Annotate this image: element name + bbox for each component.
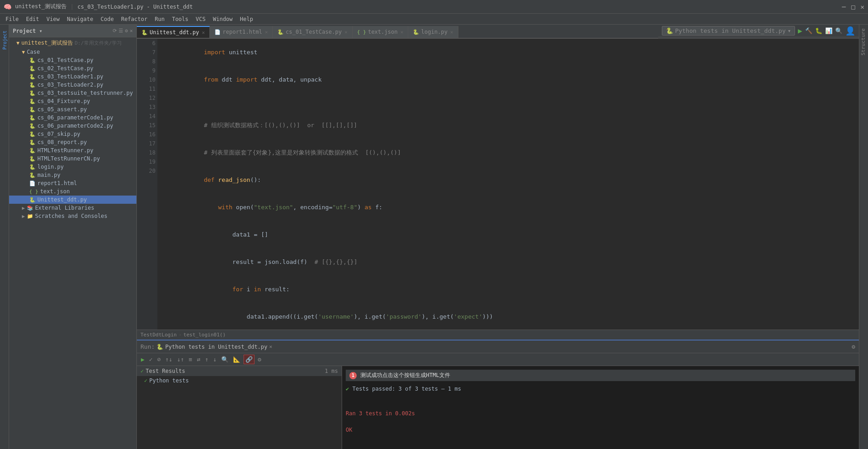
login-label: login.py xyxy=(37,164,64,170)
structure-label[interactable]: Structure xyxy=(859,25,868,59)
menu-edit[interactable]: Edit xyxy=(22,16,43,22)
kw-for: for xyxy=(233,286,243,293)
collapse-icon[interactable]: ☰ xyxy=(119,28,123,34)
cs07-label: cs_07_skip.py xyxy=(37,131,80,137)
tree-json[interactable]: { } text.json xyxy=(9,187,136,196)
expand-button[interactable]: ⇄ xyxy=(196,355,202,364)
tab-json[interactable]: { } text.json ✕ xyxy=(353,26,409,38)
menu-view[interactable]: View xyxy=(43,16,63,22)
ln-19: 19 xyxy=(139,157,156,166)
breadcrumb-class: TestDdtLogin xyxy=(140,332,177,338)
tree-report[interactable]: 📄 report1.html xyxy=(9,179,136,187)
export-html-button[interactable]: 🔗 xyxy=(244,355,255,364)
tree-cs02[interactable]: 🐍 cs_02_TestCase.py xyxy=(9,64,136,72)
code-lines[interactable]: import unittest from ddt import ddt, dat… xyxy=(157,39,859,330)
test-settings-button[interactable]: ⚙ xyxy=(256,355,263,364)
tab-login[interactable]: 🐍 login.py ✕ xyxy=(408,26,458,38)
tab-report[interactable]: 📄 report1.html ✕ xyxy=(210,26,273,38)
minimize-button[interactable]: ─ xyxy=(842,3,846,10)
code-indent-3 xyxy=(204,286,233,293)
tree-html-runner-cn[interactable]: 🐍 HTMLTestRunnerCN.py xyxy=(9,155,136,163)
kw-def: def xyxy=(204,176,214,183)
str-textjson: "text.json" xyxy=(254,204,293,211)
tree-login[interactable]: 🐍 login.py xyxy=(9,163,136,171)
cs06-1-label: cs_06_parameterCode1.py xyxy=(37,114,113,121)
find-button[interactable]: 🔍 xyxy=(220,355,230,364)
tree-cs08[interactable]: 🐍 cs_08_report.py xyxy=(9,138,136,146)
stop-button[interactable]: ⊘ xyxy=(156,355,162,364)
py-icon-6: 🐍 xyxy=(29,98,36,104)
menu-file[interactable]: File xyxy=(2,16,22,22)
build-button[interactable]: 🔨 xyxy=(805,27,812,34)
play-button[interactable]: ▶ xyxy=(140,355,146,364)
tree-main[interactable]: 🐍 main.py xyxy=(9,171,136,179)
tab-close-1[interactable]: ✕ xyxy=(202,30,205,36)
tree-html-runner[interactable]: 🐍 HTMLTestRunner.py xyxy=(9,146,136,155)
tree-cs03-2[interactable]: 🐍 cs_03_TestLoader2.py xyxy=(9,81,136,89)
tree-external-libs[interactable]: ▶ 📚 External Libraries xyxy=(9,204,136,212)
tree-cs04[interactable]: 🐍 cs_04_Fixture.py xyxy=(9,97,136,105)
tab-close-2[interactable]: ✕ xyxy=(265,29,268,35)
case-folder-icon: ▼ xyxy=(22,49,25,55)
close-panel-icon[interactable]: ✕ xyxy=(130,28,133,34)
tab-unittest-ddt[interactable]: 🐍 Unittest_ddt.py ✕ xyxy=(137,26,210,38)
tree-cs06-2[interactable]: 🐍 cs_06_parameterCode2.py xyxy=(9,122,136,130)
bottom-tab-close[interactable]: ✕ xyxy=(269,344,272,350)
check-button[interactable]: ✓ xyxy=(148,355,154,364)
menu-refactor[interactable]: Refactor xyxy=(117,16,151,22)
code-var-13: ), i.get( xyxy=(421,313,453,320)
tree-cs07[interactable]: 🐍 cs_07_skip.py xyxy=(9,130,136,138)
output-panel: 1 测试成功点击这个按钮生成HTML文件 ✔ Tests passed: 3 o… xyxy=(342,366,859,449)
tree-case-folder[interactable]: ▼ Case xyxy=(9,48,136,56)
menu-vcs[interactable]: VCS xyxy=(192,16,209,22)
tree-cs06-1[interactable]: 🐍 cs_06_parameterCode1.py xyxy=(9,114,136,122)
tree-cs05[interactable]: 🐍 cs_05_assert.py xyxy=(9,105,136,114)
template-button[interactable]: 📐 xyxy=(232,355,242,364)
tab-json-label: text.json xyxy=(368,29,398,35)
menu-window[interactable]: Window xyxy=(209,16,236,22)
menu-help[interactable]: Help xyxy=(236,16,257,22)
run-tab-config[interactable]: 🐍 Python tests in Unittest_ddt.py xyxy=(156,344,267,350)
tab-cs01[interactable]: 🐍 cs_01_TestCase.py ✕ xyxy=(273,26,352,38)
maximize-button[interactable]: □ xyxy=(851,3,855,10)
search-icon[interactable]: 🔍 xyxy=(835,27,842,34)
close-button[interactable]: ✕ xyxy=(861,3,864,10)
tab-close-3[interactable]: ✕ xyxy=(344,29,348,35)
tree-cs03-1[interactable]: 🐍 cs_03_TestLoader1.py xyxy=(9,72,136,81)
menu-code[interactable]: Code xyxy=(97,16,118,22)
cs06-2-label: cs_06_parameterCode2.py xyxy=(37,123,113,129)
coverage-button[interactable]: 📊 xyxy=(825,27,832,34)
settings-icon[interactable]: ⚙ xyxy=(125,28,128,34)
cs08-label: cs_08_report.py xyxy=(37,139,87,145)
tree-root[interactable]: ▼ unittest_测试报告 D:/常用文件夹/学习 xyxy=(9,38,136,48)
menu-navigate[interactable]: Navigate xyxy=(63,16,97,22)
tree-unittest-ddt[interactable]: 🐍 Unittest_ddt.py xyxy=(9,196,136,204)
main-label: main.py xyxy=(37,172,61,178)
tab-login-label: login.py xyxy=(421,29,447,35)
sort-asc-button[interactable]: ↑↓ xyxy=(164,355,174,364)
sort-desc-button[interactable]: ↓↑ xyxy=(176,355,186,364)
run-button[interactable]: ▶ xyxy=(798,26,802,35)
tab-cs01-label: cs_01_TestCase.py xyxy=(286,29,342,35)
user-icon[interactable]: 👤 xyxy=(845,26,855,36)
bottom-settings-icon[interactable]: ⚙ xyxy=(852,343,855,350)
file-title: cs_03_TestLoader1.py - Unittest_ddt xyxy=(78,4,193,10)
tree-cs03-3[interactable]: 🐍 cs_03_testsuite_testrunner.py xyxy=(9,89,136,97)
app-icon: 🧠 xyxy=(4,3,11,10)
tree-cs01[interactable]: 🐍 cs_01_TestCase.py xyxy=(9,56,136,64)
project-icon[interactable]: Project xyxy=(0,26,9,54)
menu-run[interactable]: Run xyxy=(151,16,168,22)
run-configuration-selector[interactable]: 🐍 Python tests in Unittest_ddt.py ▾ xyxy=(662,26,795,36)
tree-scratches[interactable]: ▶ 📁 Scratches and Consoles xyxy=(9,212,136,220)
prev-button[interactable]: ↑ xyxy=(203,355,210,364)
flatten-button[interactable]: ≡ xyxy=(187,355,194,364)
sync-icon[interactable]: ⟳ xyxy=(113,28,117,34)
tab-close-5[interactable]: ✕ xyxy=(450,29,453,35)
tab-close-4[interactable]: ✕ xyxy=(400,29,404,35)
py-icon-7: 🐍 xyxy=(29,107,36,113)
code-var-9: i xyxy=(243,286,254,293)
next-button[interactable]: ↓ xyxy=(212,355,218,364)
debug-button[interactable]: 🐛 xyxy=(815,27,822,34)
py-icon-8: 🐍 xyxy=(29,115,36,121)
menu-tools[interactable]: Tools xyxy=(168,16,192,22)
